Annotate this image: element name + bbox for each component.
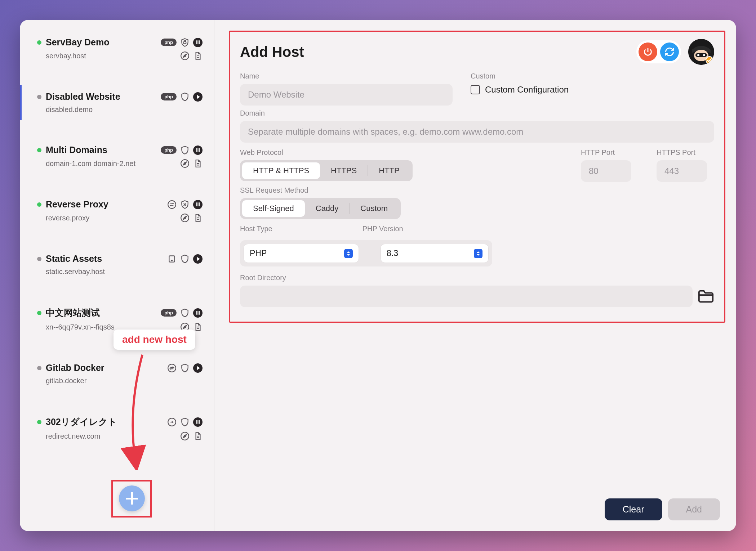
shield-icon [180, 254, 190, 264]
protocol-segmented: HTTP & HTTPS HTTPS HTTP [240, 160, 413, 181]
shield-icon [180, 92, 190, 102]
svg-rect-23 [695, 53, 707, 57]
chevron-updown-icon [474, 249, 482, 258]
avatar[interactable] [688, 39, 714, 65]
php-badge-icon: php [161, 39, 177, 46]
play-icon[interactable] [193, 363, 203, 373]
host-domain: domain-1.com domain-2.net [46, 160, 135, 168]
clear-button[interactable]: Clear [605, 498, 662, 520]
status-dot-icon [37, 366, 41, 370]
status-dot-icon [37, 257, 41, 261]
host-domain: xn--6qq79v.xn--fiqs8s [46, 323, 115, 331]
doc-icon[interactable] [193, 431, 203, 441]
ssl-option-custom[interactable]: Custom [350, 200, 399, 217]
protocol-option-https[interactable]: HTTPS [320, 162, 368, 179]
ssl-segmented: Self-Signed Caddy Custom [240, 198, 401, 219]
play-icon[interactable] [193, 254, 203, 264]
http-port-input[interactable] [581, 160, 631, 182]
compass-icon[interactable] [180, 51, 190, 61]
php-badge-icon: php [161, 93, 177, 100]
shield-icon [180, 145, 190, 155]
power-button[interactable] [639, 42, 657, 61]
host-item[interactable]: Reverse Proxy reverse.proxy [31, 193, 207, 229]
pause-icon[interactable] [193, 200, 203, 209]
ssl-label: SSL Request Method [240, 186, 714, 194]
ssl-option-caddy[interactable]: Caddy [305, 200, 350, 217]
host-item[interactable]: 302リダイレクト redirect.new.com [31, 409, 207, 447]
pause-icon[interactable] [193, 38, 203, 47]
host-name: Reverse Proxy [46, 199, 163, 210]
https-port-label: HTTPS Port [657, 148, 714, 157]
host-name: Gitlab Docker [46, 363, 163, 373]
swap-icon [167, 200, 177, 209]
annotation-tooltip: add new host [114, 330, 195, 350]
main-panel: Add Host [214, 20, 736, 531]
host-item[interactable]: Multi Domains php domain-1.com domain-2.… [31, 138, 207, 175]
protocol-option-http[interactable]: HTTP [368, 162, 410, 179]
add-host-fab[interactable] [119, 485, 145, 511]
host-name: ServBay Demo [46, 37, 156, 48]
php-version-select[interactable]: 8.3 [381, 244, 489, 263]
page-title: Add Host [240, 44, 636, 60]
php-badge-icon: php [161, 146, 177, 154]
status-dot-icon [37, 311, 41, 315]
shield-icon [180, 417, 190, 427]
compass-icon[interactable] [180, 159, 190, 168]
host-domain: gitlab.docker [46, 377, 86, 385]
doc-icon[interactable] [193, 159, 203, 168]
compass-icon[interactable] [180, 213, 190, 223]
shield-icon [180, 308, 190, 318]
redirect-icon [167, 417, 177, 427]
host-domain: reverse.proxy [46, 214, 89, 222]
custom-config-checkbox[interactable] [471, 85, 480, 94]
host-item[interactable]: ServBay Demo php servbay.host [31, 31, 207, 67]
pause-icon[interactable] [193, 308, 203, 318]
pause-icon[interactable] [193, 417, 203, 427]
host-domain: redirect.new.com [46, 432, 100, 440]
svg-point-24 [697, 54, 699, 56]
name-label: Name [240, 72, 453, 80]
host-type-select[interactable]: PHP [244, 244, 359, 263]
http-port-label: HTTP Port [581, 148, 639, 157]
root-directory-input[interactable] [240, 286, 693, 307]
refresh-button[interactable] [660, 42, 679, 61]
add-button[interactable]: Add [668, 498, 720, 520]
status-dot-icon [37, 40, 41, 45]
svg-rect-0 [184, 41, 186, 43]
svg-point-12 [172, 260, 172, 261]
header-action-pill [636, 40, 681, 63]
host-name: Disabled Website [46, 91, 156, 102]
status-dot-icon [37, 148, 41, 152]
host-domain: static.servbay.host [46, 268, 105, 276]
folder-icon[interactable] [698, 289, 714, 304]
swap-icon [167, 363, 177, 373]
host-item[interactable]: Static Assets static.servbay.host [31, 247, 207, 282]
doc-icon[interactable] [193, 213, 203, 223]
pause-icon[interactable] [193, 145, 203, 155]
status-dot-icon [37, 202, 41, 207]
shield-x-icon [180, 200, 190, 209]
ssl-option-self[interactable]: Self-Signed [242, 200, 305, 217]
shield-lock-icon [180, 38, 190, 47]
domain-input[interactable] [240, 121, 714, 143]
host-domain: disabled.demo [46, 106, 93, 114]
chevron-updown-icon [344, 249, 353, 258]
root-label: Root Directory [240, 274, 714, 282]
protocol-label: Web Protocol [240, 148, 563, 157]
name-input[interactable] [240, 84, 453, 106]
host-name: Static Assets [46, 254, 163, 264]
power-icon [643, 47, 653, 57]
compass-icon[interactable] [180, 431, 190, 441]
host-item[interactable]: Gitlab Docker gitlab.docker [31, 356, 207, 391]
host-name: Multi Domains [46, 145, 156, 155]
host-item[interactable]: Disabled Website php disabled.demo [31, 85, 207, 120]
doc-icon[interactable] [193, 322, 203, 332]
annotation-highlight-box: Add Host [229, 31, 725, 323]
php-version-label: PHP Version [363, 225, 403, 233]
svg-point-16 [168, 364, 176, 372]
play-icon[interactable] [193, 92, 203, 102]
protocol-option-both[interactable]: HTTP & HTTPS [242, 162, 320, 179]
refresh-icon [664, 47, 675, 57]
doc-icon[interactable] [193, 51, 203, 61]
https-port-input[interactable] [657, 160, 707, 182]
